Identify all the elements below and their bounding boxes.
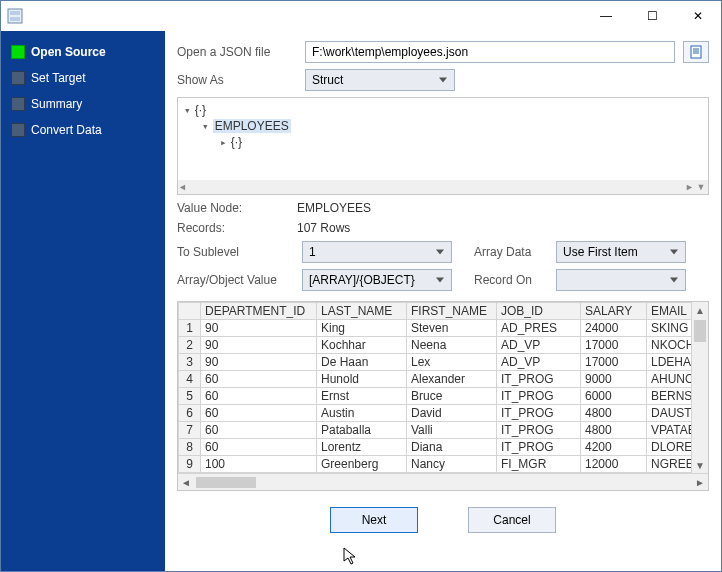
table-cell[interactable]: King xyxy=(317,320,407,337)
table-cell[interactable]: 6000 xyxy=(581,388,647,405)
table-cell[interactable]: 17000 xyxy=(581,354,647,371)
table-cell[interactable]: BERNST xyxy=(647,388,692,405)
sublevel-select[interactable]: 1 xyxy=(302,241,452,263)
table-cell[interactable]: IT_PROG xyxy=(497,388,581,405)
col-header[interactable]: SALARY xyxy=(581,303,647,320)
table-cell[interactable]: 4800 xyxy=(581,422,647,439)
table-cell[interactable]: AD_VP xyxy=(497,354,581,371)
table-cell[interactable]: 24000 xyxy=(581,320,647,337)
table-cell[interactable]: Valli xyxy=(407,422,497,439)
tree-node-employees[interactable]: EMPLOYEES xyxy=(213,119,291,133)
table-cell[interactable]: 60 xyxy=(201,422,317,439)
table-cell[interactable]: SKING xyxy=(647,320,692,337)
table-cell[interactable]: 90 xyxy=(201,354,317,371)
show-as-select[interactable]: Struct xyxy=(305,69,455,91)
browse-file-button[interactable] xyxy=(683,41,709,63)
table-row[interactable]: 290KochharNeenaAD_VP17000NKOCHHA xyxy=(179,337,692,354)
table-cell[interactable]: 9000 xyxy=(581,371,647,388)
col-header[interactable]: EMAIL xyxy=(647,303,692,320)
table-cell[interactable]: 60 xyxy=(201,439,317,456)
table-vertical-scrollbar[interactable]: ▲ ▼ xyxy=(691,302,708,473)
array-data-select[interactable]: Use First Item xyxy=(556,241,686,263)
table-cell[interactable]: Diana xyxy=(407,439,497,456)
table-row[interactable]: 660AustinDavidIT_PROG4800DAUSTIN xyxy=(179,405,692,422)
col-header[interactable]: DEPARTMENT_ID xyxy=(201,303,317,320)
tree-node[interactable]: {·} xyxy=(231,135,242,149)
table-cell[interactable]: Lorentz xyxy=(317,439,407,456)
table-cell[interactable]: NGREENE xyxy=(647,456,692,473)
sidebar-item-label: Summary xyxy=(31,97,82,111)
table-cell[interactable]: 60 xyxy=(201,388,317,405)
table-cell[interactable]: DLORENT xyxy=(647,439,692,456)
table-cell[interactable]: DAUSTIN xyxy=(647,405,692,422)
table-cell[interactable]: Kochhar xyxy=(317,337,407,354)
table-row[interactable]: 460HunoldAlexanderIT_PROG9000AHUNOLI xyxy=(179,371,692,388)
col-header[interactable]: FIRST_NAME xyxy=(407,303,497,320)
table-cell[interactable]: Pataballa xyxy=(317,422,407,439)
tree-node[interactable]: {·} xyxy=(195,103,206,117)
tree-scroll-down[interactable]: ▼ xyxy=(694,180,708,194)
table-cell[interactable]: IT_PROG xyxy=(497,439,581,456)
minimize-button[interactable]: — xyxy=(583,1,629,31)
record-on-select[interactable] xyxy=(556,269,686,291)
table-cell[interactable]: 60 xyxy=(201,371,317,388)
table-cell[interactable]: NKOCHHA xyxy=(647,337,692,354)
table-cell[interactable]: 90 xyxy=(201,320,317,337)
sidebar-item-convert-data[interactable]: Convert Data xyxy=(7,117,159,143)
table-cell[interactable]: 100 xyxy=(201,456,317,473)
table-cell[interactable]: FI_MGR xyxy=(497,456,581,473)
table-cell[interactable]: Ernst xyxy=(317,388,407,405)
table-cell[interactable]: Neena xyxy=(407,337,497,354)
col-header[interactable]: LAST_NAME xyxy=(317,303,407,320)
json-tree-view[interactable]: ▾{·} ▾EMPLOYEES ▸{·} ◄► ▼ xyxy=(177,97,709,195)
table-cell[interactable]: David xyxy=(407,405,497,422)
table-cell[interactable]: De Haan xyxy=(317,354,407,371)
table-cell[interactable]: AD_VP xyxy=(497,337,581,354)
array-object-select[interactable]: [ARRAY]/{OBJECT} xyxy=(302,269,452,291)
table-cell[interactable]: LDEHAAN xyxy=(647,354,692,371)
close-button[interactable]: ✕ xyxy=(675,1,721,31)
tree-collapse-icon[interactable]: ▾ xyxy=(184,104,191,117)
tree-horizontal-scrollbar[interactable]: ◄► xyxy=(178,180,694,194)
table-horizontal-scrollbar[interactable]: ◄ ► xyxy=(178,473,708,490)
scrollbar-thumb[interactable] xyxy=(694,320,706,342)
table-cell[interactable]: AHUNOLI xyxy=(647,371,692,388)
sidebar-item-open-source[interactable]: Open Source xyxy=(7,39,159,65)
next-button[interactable]: Next xyxy=(330,507,418,533)
table-cell[interactable]: 12000 xyxy=(581,456,647,473)
json-path-input[interactable] xyxy=(305,41,675,63)
table-row[interactable]: 9100GreenbergNancyFI_MGR12000NGREENE xyxy=(179,456,692,473)
table-cell[interactable]: 60 xyxy=(201,405,317,422)
table-cell[interactable]: IT_PROG xyxy=(497,422,581,439)
table-cell[interactable]: Austin xyxy=(317,405,407,422)
table-cell[interactable]: Bruce xyxy=(407,388,497,405)
cancel-button[interactable]: Cancel xyxy=(468,507,556,533)
table-cell[interactable]: AD_PRES xyxy=(497,320,581,337)
maximize-button[interactable]: ☐ xyxy=(629,1,675,31)
sidebar-item-summary[interactable]: Summary xyxy=(7,91,159,117)
table-cell[interactable]: 90 xyxy=(201,337,317,354)
table-row[interactable]: 560ErnstBruceIT_PROG6000BERNST xyxy=(179,388,692,405)
table-row[interactable]: 760PataballaValliIT_PROG4800VPATABAL xyxy=(179,422,692,439)
table-cell[interactable]: 4200 xyxy=(581,439,647,456)
table-row[interactable]: 190KingStevenAD_PRES24000SKING xyxy=(179,320,692,337)
table-row[interactable]: 390De HaanLexAD_VP17000LDEHAAN xyxy=(179,354,692,371)
table-cell[interactable]: Alexander xyxy=(407,371,497,388)
sidebar-item-set-target[interactable]: Set Target xyxy=(7,65,159,91)
table-cell[interactable]: IT_PROG xyxy=(497,405,581,422)
table-cell[interactable]: Steven xyxy=(407,320,497,337)
table-cell[interactable]: Greenberg xyxy=(317,456,407,473)
scrollbar-thumb[interactable] xyxy=(196,477,256,488)
table-cell[interactable]: VPATABAL xyxy=(647,422,692,439)
table-cell[interactable]: IT_PROG xyxy=(497,371,581,388)
tree-expand-icon[interactable]: ▸ xyxy=(220,136,227,149)
table-cell[interactable]: Nancy xyxy=(407,456,497,473)
table-cell[interactable]: Lex xyxy=(407,354,497,371)
tree-collapse-icon[interactable]: ▾ xyxy=(202,120,209,133)
table-cell[interactable]: 4800 xyxy=(581,405,647,422)
table-cell[interactable]: Hunold xyxy=(317,371,407,388)
table-row[interactable]: 860LorentzDianaIT_PROG4200DLORENT xyxy=(179,439,692,456)
preview-table[interactable]: DEPARTMENT_ID LAST_NAME FIRST_NAME JOB_I… xyxy=(178,302,691,473)
table-cell[interactable]: 17000 xyxy=(581,337,647,354)
col-header[interactable]: JOB_ID xyxy=(497,303,581,320)
